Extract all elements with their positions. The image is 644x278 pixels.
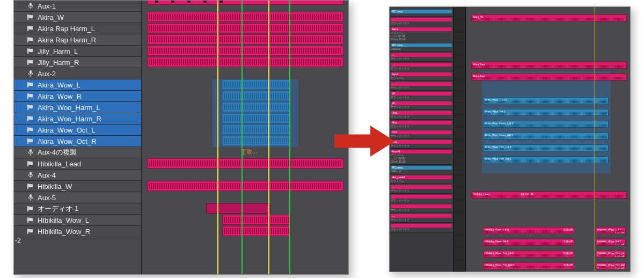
track-name: Hibikilla_W xyxy=(38,182,72,191)
meter-cell xyxy=(453,211,465,223)
audio-clip[interactable] xyxy=(147,1,343,5)
track-row[interactable]: Aux-4の複製 xyxy=(14,147,141,158)
locator-yellow[interactable] xyxy=(217,1,218,274)
right-track-row[interactable]: Oct...サウンドバイト xyxy=(390,139,453,149)
audio-clip[interactable]: Hibikilla_Lead... xyxy=(471,192,627,199)
audio-clip[interactable]: Akira_W... xyxy=(471,14,627,21)
mic-icon xyxy=(27,194,34,201)
locator-green[interactable] xyxy=(289,1,290,274)
track-row[interactable]: オーディオ-1 xyxy=(14,203,141,215)
audio-clip[interactable] xyxy=(147,46,343,56)
audio-clip[interactable]: Hibikilla_Wow_L.# 73.00 dB xyxy=(596,227,626,234)
transform-arrow xyxy=(334,122,396,160)
right-track-label: Ap-1 xyxy=(391,72,452,76)
audio-clip[interactable]: Akira_Woo_Harm_R# 3 xyxy=(483,133,609,140)
right-track-row[interactable]: Ap-1ボリュームI バス 87-88O bus 15-16 xyxy=(390,26,453,42)
audio-clip[interactable] xyxy=(147,181,343,191)
audio-clip[interactable]: Akira_Wow_L.6 10 xyxy=(483,97,609,104)
audio-clip[interactable] xyxy=(147,158,343,169)
track-row[interactable]: Hibikilla_Lead xyxy=(14,158,141,170)
audio-clip[interactable] xyxy=(147,12,343,22)
track-row[interactable]: Akira_Wow_L xyxy=(14,79,141,91)
track-row[interactable]: Aux-4 xyxy=(14,170,141,181)
locator-green[interactable] xyxy=(241,1,243,274)
audio-clip[interactable]: Hibikilla_Wow_R# 73.00 dB xyxy=(596,239,626,246)
right-track-row[interactable]: ...サウンドバイト xyxy=(390,203,453,213)
right-track-row[interactable]: RComp...DeEsser xyxy=(390,165,453,174)
audio-clip[interactable]: Hibikilla_Wow_L.# 83.00 dB xyxy=(483,227,574,234)
right-track-row[interactable]: ...サウンドバイト xyxy=(390,81,453,91)
mic-icon xyxy=(27,149,34,156)
right-track-row[interactable]: ...サウンドバイト xyxy=(390,52,453,62)
right-track-row[interactable]: Har...サウンドバイト xyxy=(390,110,453,120)
right-timeline[interactable]: Akira_W...Akira Rap...Akira Rap...Akira_… xyxy=(466,7,630,272)
track-row[interactable]: Aux-1 xyxy=(14,1,141,12)
right-track-row[interactable]: Aux-4ボリュームI バス 89-90O bus 15-16 xyxy=(390,149,453,165)
right-track-row[interactable]: Ha_Leadボリューム xyxy=(390,174,453,184)
track-row[interactable]: Akira Rap Harm_L xyxy=(14,23,141,34)
right-track-row[interactable]: ...サウンドバイト xyxy=(390,213,453,223)
right-track-row[interactable]: W...サウンドバイト xyxy=(390,100,453,110)
audio-clip[interactable] xyxy=(147,34,343,45)
audio-clip[interactable] xyxy=(222,226,291,236)
audio-clip[interactable] xyxy=(147,57,343,67)
svg-rect-0 xyxy=(30,3,32,6)
flag-icon xyxy=(27,127,34,133)
audio-clip[interactable]: Hibikilla_Wow_Oct_L# 73.00 dB xyxy=(596,251,626,258)
right-track-label: ... xyxy=(391,82,452,86)
track-row[interactable]: Aux-2 xyxy=(14,68,141,79)
right-track-sublabel: サウンドバイト xyxy=(391,115,452,118)
meter-cell xyxy=(453,236,465,247)
locator-yellow[interactable] xyxy=(595,7,595,272)
audio-clip[interactable]: Akira Rap... xyxy=(471,62,627,69)
track-row[interactable]: HIbikilla_Wow_R xyxy=(14,226,141,237)
track-row[interactable]: Jilly_Harm_L xyxy=(14,46,141,57)
track-row[interactable]: Akira Rap Harm_R xyxy=(14,34,141,46)
audio-clip[interactable]: Akira_Woo_Harm_L.6 3 xyxy=(483,121,609,128)
flag-icon xyxy=(27,161,34,166)
right-track-row[interactable]: Ap-1ボリューム xyxy=(390,71,453,81)
audio-clip[interactable]: Akira_Wow_Oct_L.6 2 xyxy=(483,144,609,151)
right-track-label: ... xyxy=(391,18,452,21)
track-row[interactable]: Akira_Woo_Harm_R xyxy=(14,113,141,125)
track-row[interactable]: Akira_Wow_Oct_L xyxy=(14,125,141,136)
track-row[interactable]: Akira_W xyxy=(14,12,141,23)
right-track-row[interactable]: ...サウンドバイト xyxy=(390,194,453,203)
right-track-row[interactable]: ...サウンドバイト xyxy=(390,17,453,26)
audio-clip[interactable]: Hibikilla_Wow_Oct_L# 83.00 dB xyxy=(483,251,574,258)
track-row[interactable]: Akira_Wow_R xyxy=(14,91,141,102)
track-name: Jilly_Harm_L xyxy=(38,47,78,55)
svg-rect-8 xyxy=(30,194,32,198)
audio-clip[interactable] xyxy=(222,215,291,225)
svg-rect-2 xyxy=(30,70,32,74)
audio-clip[interactable]: Akira Rap... xyxy=(471,74,627,81)
audio-clip[interactable]: Hibikilla_Wow_Oct_R# 83.00 dB xyxy=(483,262,574,269)
track-row[interactable]: Akira_Wow_Oct_R xyxy=(14,136,141,147)
track-row[interactable]: Akira_Woo_Harm_L xyxy=(14,102,141,113)
right-track-row[interactable]: ...サウンドバイト xyxy=(390,223,453,232)
right-track-label: W... xyxy=(391,92,452,96)
right-track-row[interactable]: ...サウンドバイト xyxy=(390,184,453,194)
audio-clip[interactable]: Akira_Wow_R# 2 xyxy=(483,109,609,116)
locator-yellow[interactable] xyxy=(268,1,269,274)
selection-region[interactable] xyxy=(213,79,298,147)
right-track-row[interactable]: ...サウンドバイト xyxy=(390,62,453,71)
track-name: HIbikilla_Wow_R xyxy=(38,228,90,236)
track-row[interactable]: Hibikilla_W xyxy=(14,181,141,192)
right-track-row[interactable]: RComp...DeEsser xyxy=(390,42,453,52)
right-track-row[interactable]: Har...サウンドバイト xyxy=(390,120,453,129)
left-timeline[interactable]: [] 歌... xyxy=(142,1,348,274)
right-track-row[interactable]: RComp... xyxy=(390,7,453,17)
audio-clip[interactable]: Akira_Wow_Oct_R# 2 xyxy=(483,156,609,163)
audio-clip[interactable] xyxy=(206,203,270,214)
right-track-sublabel: ボリューム xyxy=(391,76,452,79)
audio-clip[interactable] xyxy=(147,23,343,33)
right-track-row[interactable]: W...サウンドバイト xyxy=(390,91,453,100)
track-row[interactable]: Aux-5 xyxy=(14,192,141,203)
audio-clip[interactable]: Hibikilla_Wow_R# 83.00 dB xyxy=(483,239,574,246)
right-track-sublabel: サウンドバイト xyxy=(391,21,452,25)
audio-clip[interactable]: Hibikilla_Wow_Oct_R# 73.00 dB xyxy=(596,262,626,269)
track-row[interactable]: HIbikilla_Wow_L xyxy=(14,215,141,226)
track-row[interactable]: Jilly_Harm_R xyxy=(14,57,141,68)
right-track-row[interactable]: Oct...サウンドバイト xyxy=(390,129,453,139)
